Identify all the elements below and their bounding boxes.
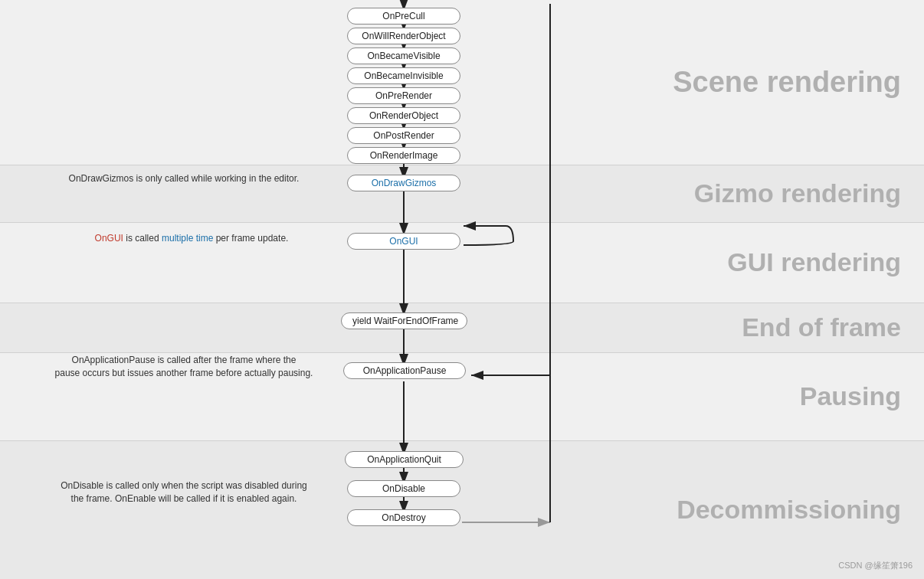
node-onappquit: OnApplicationQuit xyxy=(345,451,464,468)
decomm-label: Decommissioning xyxy=(677,495,901,525)
annotation-gui: OnGUI is called multiple time per frame … xyxy=(46,232,337,245)
node-ongui: OnGUI xyxy=(347,233,460,250)
main-container: Scene rendering Gizmo rendering GUI rend… xyxy=(0,0,924,579)
gizmo-label: Gizmo rendering xyxy=(694,178,901,208)
divider-3 xyxy=(0,303,924,303)
gui-label: GUI rendering xyxy=(727,247,901,277)
node-onprecull: OnPreCull xyxy=(347,8,460,25)
watermark: CSDN @缘笙箫196 xyxy=(838,560,913,571)
node-onpostrender: OnPostRender xyxy=(347,127,460,144)
node-yieldwait: yield WaitForEndOfFrame xyxy=(341,312,467,329)
node-onrenderimage: OnRenderImage xyxy=(347,147,460,164)
divider-5 xyxy=(0,440,924,441)
scene-label: Scene rendering xyxy=(673,66,901,99)
node-onrenderobject: OnRenderObject xyxy=(347,107,460,124)
divider-2 xyxy=(0,222,924,223)
section-scene: Scene rendering xyxy=(0,0,924,165)
node-ondisable: OnDisable xyxy=(347,480,460,497)
divider-4 xyxy=(0,352,924,353)
node-ondestroy: OnDestroy xyxy=(347,509,460,526)
node-ondrawgizmos: OnDrawGizmos xyxy=(347,175,460,191)
annotation-disable: OnDisable is called only when the script… xyxy=(31,479,337,505)
eof-label: End of frame xyxy=(742,312,901,342)
node-onbecameinvisible: OnBecameInvisible xyxy=(347,67,460,84)
node-onwillrenderobject: OnWillRenderObject xyxy=(347,28,460,44)
divider-1 xyxy=(0,165,924,165)
node-onapppause: OnApplicationPause xyxy=(343,362,466,379)
annotation-pause: OnApplicationPause is called after the f… xyxy=(31,354,337,380)
node-onbecamevisible: OnBecameVisible xyxy=(347,47,460,64)
pausing-label: Pausing xyxy=(800,381,901,411)
annotation-gizmo: OnDrawGizmos is only called while workin… xyxy=(31,172,337,185)
node-onprerender: OnPreRender xyxy=(347,87,460,104)
